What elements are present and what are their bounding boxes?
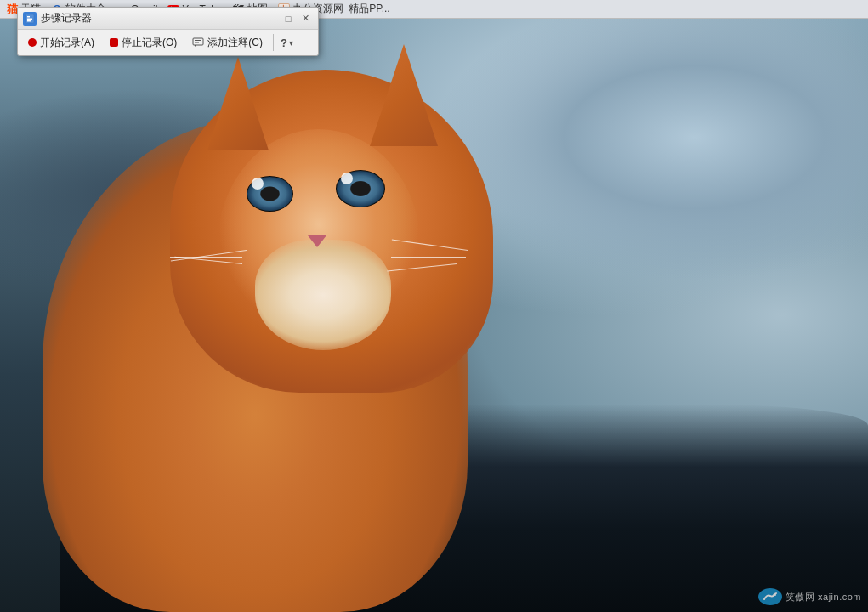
minimize-button[interactable]: — xyxy=(264,12,279,26)
whisker-5 xyxy=(391,257,466,258)
stop-recording-button[interactable]: 停止记录(O) xyxy=(103,33,184,53)
main-content-area: 笑傲网 xajin.com xyxy=(0,19,868,612)
sr-app-icon xyxy=(23,12,37,26)
help-button[interactable]: ? ▾ xyxy=(277,34,297,52)
steps-recorder-window: 步骤记录器 — □ ✕ 开始记录(A) 停止记录(O) xyxy=(17,7,319,56)
add-comment-icon xyxy=(192,37,204,48)
help-dropdown-arrow: ▾ xyxy=(289,38,293,48)
tmall-icon: 猫 xyxy=(6,3,18,15)
steps-recorder-title: 步骤记录器 xyxy=(41,11,92,26)
add-comment-button[interactable]: 添加注释(C) xyxy=(185,33,269,53)
add-comment-label: 添加注释(C) xyxy=(207,36,263,50)
cat-muzzle xyxy=(255,240,391,350)
sr-icon-svg xyxy=(25,14,35,24)
watermark-logo xyxy=(758,588,782,605)
watermark-text: 笑傲网 xajin.com xyxy=(786,591,861,604)
svg-rect-2 xyxy=(27,18,32,20)
close-button[interactable]: ✕ xyxy=(298,12,313,26)
svg-rect-5 xyxy=(195,40,201,41)
toolbar-divider xyxy=(273,34,274,51)
svg-rect-6 xyxy=(195,42,199,43)
cat-wallpaper: 笑傲网 xajin.com xyxy=(0,19,868,612)
svg-rect-4 xyxy=(193,38,203,45)
start-recording-button[interactable]: 开始记录(A) xyxy=(21,33,101,53)
stop-icon xyxy=(110,38,118,47)
help-symbol: ? xyxy=(281,37,287,49)
sr-title-left: 步骤记录器 xyxy=(23,11,92,26)
start-recording-label: 开始记录(A) xyxy=(40,36,94,50)
steps-recorder-toolbar: 开始记录(A) 停止记录(O) 添加注释(C) ? ▾ xyxy=(18,30,318,55)
steps-recorder-titlebar: 步骤记录器 — □ ✕ xyxy=(18,8,318,30)
svg-rect-3 xyxy=(27,20,31,22)
svg-rect-1 xyxy=(27,16,30,18)
record-icon xyxy=(28,38,37,47)
stop-recording-label: 停止记录(O) xyxy=(122,36,177,50)
comment-icon-svg xyxy=(192,37,204,48)
cat-eye-shine-right xyxy=(341,173,353,184)
cat-eye-shine-left xyxy=(252,178,264,190)
window-controls: — □ ✕ xyxy=(264,12,313,26)
watermark-dolphin-icon xyxy=(763,591,778,603)
watermark: 笑傲网 xajin.com xyxy=(758,588,861,605)
maximize-button[interactable]: □ xyxy=(281,12,296,26)
svg-marker-7 xyxy=(195,45,196,47)
